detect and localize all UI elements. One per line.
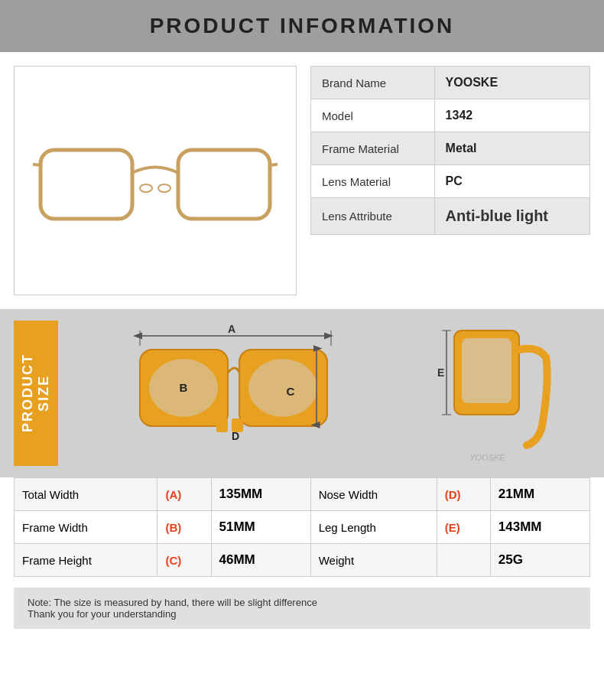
spec-value-brand: YOOSKE	[434, 67, 589, 99]
meas-letter-c: (C)	[157, 544, 211, 577]
note-line-2: Thank you for your understanding	[28, 608, 576, 620]
svg-text:C: C	[287, 385, 295, 398]
meas-label-nose-width: Nose Width	[310, 478, 437, 511]
svg-text:D: D	[232, 430, 239, 442]
size-section: PRODUCT SIZE A	[0, 309, 604, 477]
meas-letter-e: (E)	[437, 511, 490, 544]
spec-label-frame-material: Frame Material	[311, 132, 435, 165]
meas-value-total-width: 135MM	[211, 478, 310, 511]
spec-row-model: Model 1342	[311, 99, 590, 132]
spec-label-brand: Brand Name	[311, 67, 435, 99]
meas-label-weight: Weight	[310, 544, 437, 577]
header: PRODUCT INFORMATION	[0, 0, 604, 52]
svg-point-5	[158, 184, 170, 192]
meas-letter-weight	[437, 544, 490, 577]
glasses-illustration	[33, 119, 278, 242]
front-diagram: A	[98, 319, 350, 468]
spec-label-lens-material: Lens Material	[311, 165, 435, 198]
spec-row-brand: Brand Name YOOSKE	[311, 67, 590, 99]
meas-value-frame-width: 51MM	[211, 511, 310, 544]
svg-point-15	[248, 359, 317, 417]
spec-label-lens-attr: Lens Attribute	[311, 198, 435, 235]
svg-rect-21	[462, 338, 511, 403]
diagram-area: A	[69, 319, 590, 468]
specs-table: Brand Name YOOSKE Model 1342 Frame Mater…	[310, 66, 590, 235]
svg-rect-1	[178, 150, 270, 219]
spec-label-model: Model	[311, 99, 435, 132]
meas-value-weight: 25G	[490, 544, 589, 577]
svg-point-4	[140, 184, 152, 192]
spec-row-lens-attr: Lens Attribute Anti-blue light	[311, 198, 590, 235]
note-box: Note: The size is measured by hand, ther…	[14, 588, 590, 629]
product-image	[14, 66, 297, 295]
svg-text:YOOSKE: YOOSKE	[469, 453, 505, 462]
svg-rect-12	[216, 418, 228, 432]
svg-rect-0	[41, 150, 132, 219]
meas-label-total-width: Total Width	[15, 478, 157, 511]
measurement-row-1: Total Width (A) 135MM Nose Width (D) 21M…	[15, 478, 590, 511]
size-section-label: PRODUCT SIZE	[14, 321, 58, 466]
spec-value-model: 1342	[434, 99, 589, 132]
meas-value-nose-width: 21MM	[490, 478, 589, 511]
measurement-row-2: Frame Width (B) 51MM Leg Length (E) 143M…	[15, 511, 590, 544]
meas-label-frame-height: Frame Height	[15, 544, 157, 577]
spec-row-lens-material: Lens Material PC	[311, 165, 590, 198]
meas-label-frame-width: Frame Width	[15, 511, 157, 544]
spec-value-lens-attr: Anti-blue light	[434, 198, 589, 235]
note-line-1: Note: The size is measured by hand, ther…	[28, 597, 576, 608]
spec-row-frame-material: Frame Material Metal	[311, 132, 590, 165]
page-title: PRODUCT INFORMATION	[0, 14, 604, 38]
svg-text:E: E	[437, 366, 444, 379]
spec-value-frame-material: Metal	[434, 132, 589, 165]
meas-value-leg-length: 143MM	[490, 511, 589, 544]
meas-letter-d: (D)	[437, 478, 490, 511]
measurement-row-3: Frame Height (C) 46MM Weight 25G	[15, 544, 590, 577]
meas-letter-a: (A)	[157, 478, 211, 511]
spec-value-lens-material: PC	[434, 165, 589, 198]
meas-letter-b: (B)	[157, 511, 211, 544]
meas-value-frame-height: 46MM	[211, 544, 310, 577]
meas-label-leg-length: Leg Length	[310, 511, 437, 544]
measurements-section: Total Width (A) 135MM Nose Width (D) 21M…	[0, 477, 604, 577]
svg-text:A: A	[228, 323, 235, 335]
product-info-section: Brand Name YOOSKE Model 1342 Frame Mater…	[0, 52, 604, 309]
measurements-table: Total Width (A) 135MM Nose Width (D) 21M…	[14, 477, 590, 577]
svg-text:B: B	[180, 381, 188, 394]
side-diagram: E YOOSKE	[408, 319, 561, 468]
